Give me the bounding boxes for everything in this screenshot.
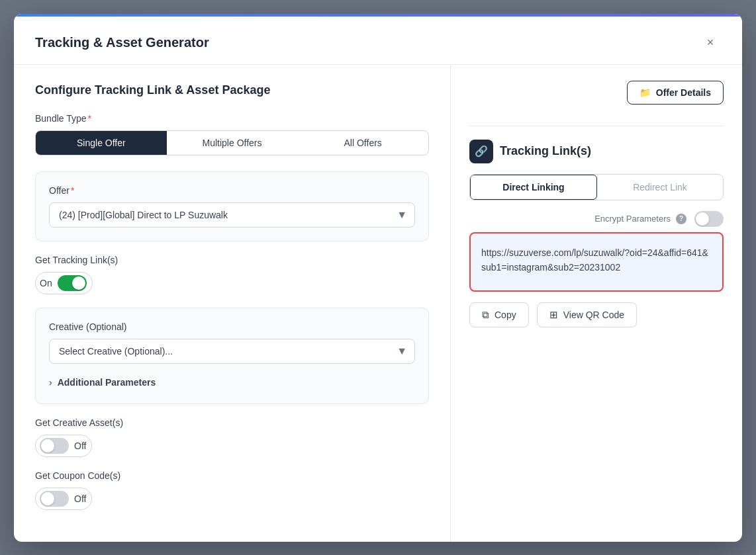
coupon-codes-label: Get Coupon Code(s) [35, 470, 429, 481]
encrypt-row: Encrypt Parameters ? [469, 211, 724, 227]
offer-card: Offer* (24) [Prod][Global] Direct to LP … [35, 171, 429, 241]
creative-assets-toggle[interactable] [40, 438, 69, 454]
offer-select[interactable]: (24) [Prod][Global] Direct to LP Suzuwal… [49, 202, 415, 228]
link-type-direct[interactable]: Direct Linking [470, 175, 597, 200]
bundle-type-label: Bundle Type* [35, 113, 429, 124]
toggle-thumb-coupon [41, 492, 54, 505]
section-title: Configure Tracking Link & Asset Package [35, 83, 429, 97]
bundle-type-group: Single Offer Multiple Offers All Offers [35, 130, 429, 155]
qr-icon: ⊞ [549, 309, 558, 321]
encrypt-label: Encrypt Parameters [594, 214, 671, 224]
offer-select-wrapper: (24) [Prod][Global] Direct to LP Suzuwal… [49, 202, 415, 228]
divider [469, 126, 724, 126]
encrypt-toggle-thumb [696, 212, 709, 226]
toggle-thumb-assets [41, 439, 54, 452]
tracking-toggle-outer[interactable]: On [35, 272, 93, 294]
folder-icon: 📁 [639, 87, 651, 98]
additional-params-label: Additional Parameters [58, 377, 156, 388]
bundle-btn-multiple[interactable]: Multiple Offers [167, 131, 298, 155]
link-type-group: Direct Linking Redirect Link [469, 174, 724, 200]
bundle-type-section: Bundle Type* Single Offer Multiple Offer… [35, 113, 429, 155]
tracking-url-box: https://suzuverse.com/lp/suzuwalk/?oid=2… [469, 232, 724, 292]
link-type-redirect[interactable]: Redirect Link [597, 175, 723, 200]
close-icon: × [707, 36, 714, 50]
tracking-url-text: https://suzuverse.com/lp/suzuwalk/?oid=2… [481, 247, 708, 273]
toggle-thumb [72, 277, 85, 290]
creative-assets-label: Get Creative Asset(s) [35, 417, 429, 428]
tracking-links-header: 🔗 Tracking Link(s) [469, 140, 724, 163]
offer-label: Offer* [49, 185, 415, 196]
creative-label: Creative (Optional) [49, 321, 415, 332]
creative-assets-outer[interactable]: Off [35, 435, 92, 457]
view-qr-code-button[interactable]: ⊞ View QR Code [537, 302, 637, 327]
creative-assets-section: Get Creative Asset(s) Off [35, 417, 429, 457]
chevron-right-icon: › [49, 377, 52, 388]
link-icon-box: 🔗 [469, 140, 493, 163]
link-icon: 🔗 [475, 145, 488, 157]
modal-container: Tracking & Asset Generator × Configure T… [14, 14, 742, 542]
close-button[interactable]: × [700, 32, 721, 54]
action-buttons: ⧉ Copy ⊞ View QR Code [469, 302, 724, 327]
copy-icon: ⧉ [482, 309, 489, 321]
right-panel: 📁 Offer Details 🔗 Tracking Link(s) Direc… [451, 65, 742, 542]
tracking-links-toggle-section: Get Tracking Link(s) On [35, 255, 429, 294]
additional-params-toggle[interactable]: › Additional Parameters [49, 374, 415, 390]
creative-assets-state: Off [74, 441, 86, 451]
coupon-codes-state: Off [74, 493, 86, 504]
left-panel: Configure Tracking Link & Asset Package … [14, 65, 451, 542]
tracking-toggle-state: On [40, 278, 52, 288]
creative-select[interactable]: Select Creative (Optional)... [49, 339, 415, 364]
coupon-codes-toggle[interactable] [40, 491, 69, 507]
bundle-btn-all[interactable]: All Offers [297, 131, 428, 155]
encrypt-toggle[interactable] [694, 211, 724, 227]
help-icon[interactable]: ? [676, 214, 686, 224]
creative-select-wrapper: Select Creative (Optional)... ▼ [49, 339, 415, 364]
modal-header: Tracking & Asset Generator × [14, 17, 742, 65]
coupon-codes-section: Get Coupon Code(s) Off [35, 470, 429, 510]
modal-body: Configure Tracking Link & Asset Package … [14, 65, 742, 542]
modal-title: Tracking & Asset Generator [35, 35, 209, 50]
coupon-codes-outer[interactable]: Off [35, 488, 92, 510]
copy-button[interactable]: ⧉ Copy [469, 302, 529, 327]
tracking-toggle-switch[interactable] [58, 275, 87, 291]
offer-details-button[interactable]: 📁 Offer Details [627, 81, 724, 105]
bundle-btn-single[interactable]: Single Offer [36, 131, 167, 155]
tracking-links-title: Tracking Link(s) [500, 144, 591, 158]
tracking-links-label: Get Tracking Link(s) [35, 255, 429, 265]
creative-card: Creative (Optional) Select Creative (Opt… [35, 308, 429, 404]
